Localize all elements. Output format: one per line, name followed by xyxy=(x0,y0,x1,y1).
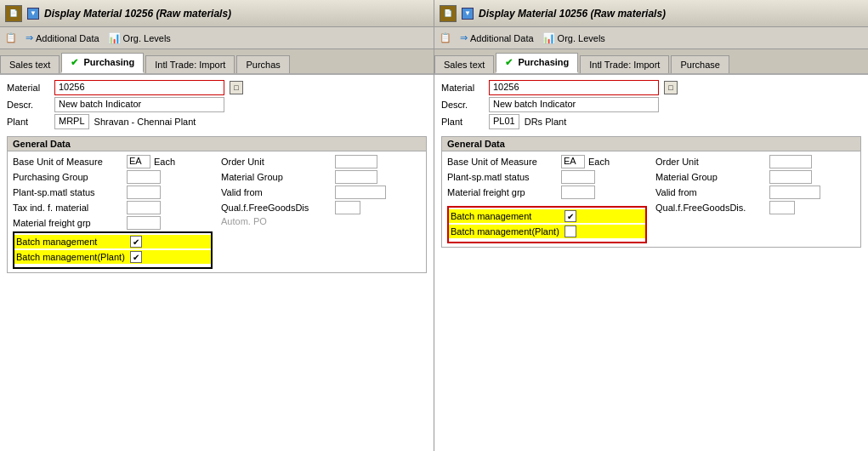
left-order-unit-input[interactable] xyxy=(335,155,377,168)
right-title-bar: 📄 ▼ Display Material 10256 (Raw material… xyxy=(434,0,868,27)
left-batch-highlighted: Batch management ✔ Batch management(Plan… xyxy=(13,231,213,269)
right-title: Display Material 10256 (Raw materials) xyxy=(479,8,666,20)
right-batch-mgmt-row: Batch management ✔ xyxy=(449,209,645,223)
left-valid-from-input[interactable] xyxy=(335,186,386,199)
left-base-uom-row: Base Unit of Measure EA Each xyxy=(13,155,213,168)
left-batch-mgmt-checkbox[interactable]: ✔ xyxy=(130,236,142,248)
right-left-col: Base Unit of Measure EA Each Plant-sp.ma… xyxy=(447,155,647,243)
right-material-label: Material xyxy=(441,83,484,93)
right-freight-input[interactable] xyxy=(561,186,595,199)
right-plant-name: DRs Plant xyxy=(525,117,567,127)
left-material-input[interactable]: 10256 xyxy=(54,80,224,95)
left-org-levels-btn[interactable]: 📊 Org. Levels xyxy=(108,32,171,44)
right-tab-check-icon: ✔ xyxy=(505,57,513,67)
left-purchasing-group-row: Purchasing Group xyxy=(13,170,213,184)
right-valid-from-input[interactable] xyxy=(769,186,820,199)
left-additional-data-label: Additional Data xyxy=(36,33,99,43)
right-plant-row: Plant PL01 DRs Plant xyxy=(441,114,861,129)
right-material-input[interactable]: 10256 xyxy=(489,80,659,95)
right-toolbar: 📋 ⇒ Additional Data 📊 Org. Levels xyxy=(434,27,868,49)
left-freight-label: Material freight grp xyxy=(13,218,123,228)
left-tab-intl-trade[interactable]: Intl Trade: Import xyxy=(145,55,235,73)
right-batch-plant-row: Batch management(Plant) xyxy=(449,225,645,238)
right-tab-sales-text[interactable]: Sales text xyxy=(434,55,494,73)
left-plant-label: Plant xyxy=(7,117,49,127)
left-batch-mgmt-label: Batch management xyxy=(16,237,127,247)
left-batch-plant-row: Batch management(Plant) ✔ xyxy=(14,250,211,264)
right-org-levels-label: Org. Levels xyxy=(558,33,605,43)
left-purchasing-group-label: Purchasing Group xyxy=(13,172,123,182)
right-descr-input[interactable]: New batch Indicator xyxy=(489,97,659,112)
right-tab-purchasing[interactable]: ✔ Purchasing xyxy=(496,53,578,73)
left-plant-sp-input[interactable] xyxy=(127,186,161,199)
right-additional-data-btn[interactable]: ⇒ Additional Data xyxy=(460,32,534,43)
left-qual-label: Qual.f.FreeGoodsDis xyxy=(221,203,332,213)
right-valid-from-label: Valid from xyxy=(655,187,766,197)
right-col: Order Unit Material Group Valid from xyxy=(221,155,421,269)
right-general-data-section: General Data Base Unit of Measure EA Eac… xyxy=(441,136,861,248)
right-freight-label: Material freight grp xyxy=(447,187,558,197)
left-material-group-input[interactable] xyxy=(335,170,377,184)
left-tab-purchasing[interactable]: ✔ Purchasing xyxy=(61,53,144,73)
right-material-group-input[interactable] xyxy=(769,170,812,184)
right-batch-plant-checkbox[interactable] xyxy=(564,226,576,237)
left-plant-sp-row: Plant-sp.matl status xyxy=(13,186,213,199)
left-app-icon: 📄 xyxy=(5,5,22,22)
left-tab-sales-text[interactable]: Sales text xyxy=(0,55,60,73)
left-base-uom-label: Base Unit of Measure xyxy=(13,157,123,167)
left-batch-plant-label: Batch management(Plant) xyxy=(16,252,127,262)
right-base-uom-text: Each xyxy=(588,157,610,167)
left-general-data-content: Base Unit of Measure EA Each Purchasing … xyxy=(8,151,426,272)
right-doc-button[interactable]: □ xyxy=(664,81,678,94)
right-order-unit-input[interactable] xyxy=(769,155,812,168)
left-panel: 📄 ▼ Display Material 10256 (Raw material… xyxy=(0,0,434,451)
left-order-unit-label: Order Unit xyxy=(221,157,332,167)
right-copy-icon: 📋 xyxy=(440,32,451,43)
arrow-right-icon: ⇒ xyxy=(26,32,33,43)
right-plant-sp-input[interactable] xyxy=(561,170,595,184)
right-app-icon: 📄 xyxy=(440,5,457,22)
right-org-levels-btn[interactable]: 📊 Org. Levels xyxy=(542,32,605,44)
right-org-icon: 📊 xyxy=(542,32,555,44)
left-qual-input[interactable] xyxy=(335,201,360,214)
left-additional-data-btn[interactable]: ⇒ Additional Data xyxy=(26,32,99,43)
left-tax-input[interactable] xyxy=(127,201,161,214)
left-plant-row: Plant MRPL Shravan - Chennai Plant xyxy=(7,114,427,129)
right-general-data-title: General Data xyxy=(442,137,860,151)
left-tax-label: Tax ind. f. material xyxy=(13,203,123,213)
left-descr-input[interactable]: New batch Indicator xyxy=(54,97,224,112)
right-descr-label: Descr. xyxy=(441,100,484,110)
left-purchasing-group-input[interactable] xyxy=(127,170,161,184)
right-arrow-right-icon: ⇒ xyxy=(460,32,468,43)
right-copy-btn[interactable]: 📋 xyxy=(440,32,451,43)
left-tab-purchas[interactable]: Purchas xyxy=(236,55,289,73)
left-autom-po-label: Autom. PO xyxy=(221,216,332,226)
right-batch-highlighted: Batch management ✔ Batch management(Plan… xyxy=(447,206,647,243)
right-material-section: Material 10256 □ Descr. New batch Indica… xyxy=(441,80,861,129)
left-material-group-row: Material Group xyxy=(221,170,421,184)
left-descr-label: Descr. xyxy=(7,100,49,110)
tab-check-icon: ✔ xyxy=(71,57,78,67)
right-batch-mgmt-label: Batch management xyxy=(451,211,561,221)
left-general-data-section: General Data Base Unit of Measure EA Eac… xyxy=(7,136,427,273)
right-freight-row: Material freight grp xyxy=(447,186,647,199)
right-qual-label: Qual.f.FreeGoodsDis. xyxy=(655,203,766,213)
left-copy-btn[interactable]: 📋 xyxy=(5,32,17,43)
right-plant-code[interactable]: PL01 xyxy=(489,114,519,129)
left-material-section: Material 10256 □ Descr. New batch Indica… xyxy=(7,80,427,129)
left-freight-input[interactable] xyxy=(127,216,161,230)
left-base-uom-input[interactable]: EA xyxy=(127,155,150,168)
left-batch-plant-checkbox[interactable]: ✔ xyxy=(130,251,142,263)
left-app-icon2: ▼ xyxy=(27,8,39,20)
right-base-uom-input[interactable]: EA xyxy=(561,155,585,168)
left-doc-button[interactable]: □ xyxy=(230,81,243,94)
left-plant-code[interactable]: MRPL xyxy=(54,114,89,129)
left-tax-row: Tax ind. f. material xyxy=(13,201,213,214)
right-tab-purchase[interactable]: Purchase xyxy=(671,55,729,73)
right-qual-input[interactable] xyxy=(769,201,795,214)
right-batch-mgmt-checkbox[interactable]: ✔ xyxy=(564,210,576,222)
right-material-group-row: Material Group xyxy=(655,170,855,184)
left-material-group-label: Material Group xyxy=(221,172,332,182)
right-tab-intl-trade[interactable]: Intl Trade: Import xyxy=(580,55,669,73)
right-plant-sp-label: Plant-sp.matl status xyxy=(447,172,558,182)
